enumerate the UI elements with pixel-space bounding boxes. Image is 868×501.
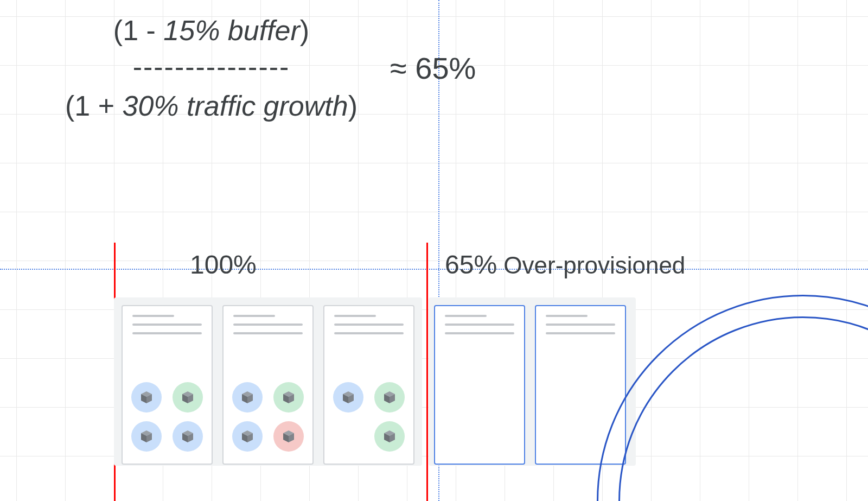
text: (1 + — [65, 90, 123, 122]
server — [323, 305, 414, 465]
cube-icon — [241, 391, 254, 404]
server-line — [233, 315, 275, 317]
server-line — [132, 315, 174, 317]
server-line — [445, 332, 514, 334]
guide-horizontal — [0, 269, 868, 270]
text: ) — [348, 90, 358, 122]
pod-green — [173, 382, 203, 413]
server-tray-spare — [429, 297, 636, 466]
server-tray-active — [114, 297, 422, 466]
formula-fraction: (1 - 15% buffer) --------------- (1 + 30… — [65, 11, 358, 126]
server-line — [445, 324, 514, 326]
server-line — [132, 324, 202, 326]
cube-icon — [140, 430, 153, 443]
server-line — [334, 315, 376, 317]
formula-denominator: (1 + 30% traffic growth) — [65, 86, 358, 126]
pod-green — [374, 382, 405, 413]
marker-split — [426, 243, 428, 501]
formula-divider: --------------- — [133, 53, 290, 81]
cube-icon — [383, 430, 396, 443]
cube-icon — [181, 391, 194, 404]
server-line — [233, 324, 303, 326]
text: 30% traffic growth — [123, 90, 348, 122]
text: Over-provisioned — [497, 252, 685, 278]
server-line — [233, 332, 303, 334]
pod-red — [273, 421, 304, 452]
server — [222, 305, 314, 465]
cube-icon — [383, 391, 396, 404]
pod-blue — [173, 421, 203, 452]
server-line — [546, 315, 588, 317]
pod-green — [273, 382, 304, 413]
server-line — [334, 332, 404, 334]
server-line — [546, 332, 615, 334]
formula-numerator: (1 - 15% buffer) — [113, 11, 309, 50]
server-spare — [434, 305, 525, 465]
pod-grid — [233, 382, 303, 457]
cube-icon — [181, 430, 194, 443]
pod-grid — [334, 382, 404, 457]
label-overprovisioned: 65% Over-provisioned — [445, 250, 685, 280]
text: ) — [300, 15, 309, 46]
server — [122, 305, 213, 465]
server-spare — [535, 305, 626, 465]
pod-blue — [232, 382, 263, 413]
cube-icon — [241, 430, 254, 443]
pod-blue — [232, 421, 263, 452]
text: (1 - — [113, 15, 163, 46]
text: 65% — [445, 250, 497, 279]
server-line — [445, 315, 487, 317]
cube-icon — [282, 430, 295, 443]
pod-blue — [333, 382, 363, 413]
text: 15% buffer — [163, 15, 300, 46]
pod-blue — [131, 382, 162, 413]
pod-green — [374, 421, 405, 452]
cube-icon — [342, 391, 355, 404]
server-line — [132, 332, 202, 334]
formula-result: ≈ 65% — [390, 50, 476, 86]
cube-icon — [140, 391, 153, 404]
label-full: 100% — [190, 250, 257, 280]
pod-grid — [132, 382, 202, 457]
server-line — [334, 324, 404, 326]
formula: (1 - 15% buffer) --------------- (1 + 30… — [65, 11, 825, 126]
cube-icon — [282, 391, 295, 404]
pod-blue — [131, 421, 162, 452]
server-line — [546, 324, 615, 326]
